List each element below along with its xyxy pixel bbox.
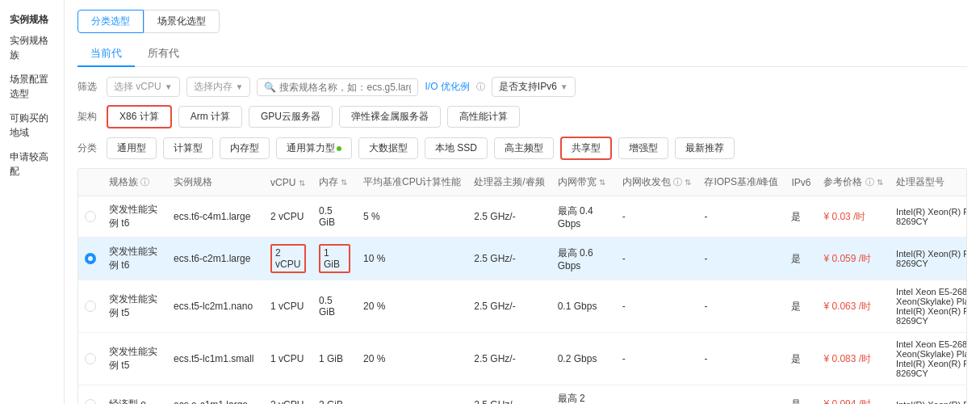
- sidebar-item-family[interactable]: 实例规格族: [10, 33, 54, 62]
- cell-proc-2: 2.5 GHz/-: [467, 280, 551, 333]
- cell-spec-3: 突发性能实例 t5: [103, 333, 167, 385]
- table-row[interactable]: 突发性能实例 t5ecs.t5-lc1m1.small1 vCPU1 GiB20…: [78, 333, 967, 385]
- sidebar-item-quota[interactable]: 申请较高配: [10, 149, 54, 179]
- tab-scene-selection[interactable]: 场景化选型: [144, 10, 220, 33]
- cell-pkts-3: -: [616, 333, 698, 385]
- io-help-icon: ⓘ: [476, 81, 485, 93]
- cell-net-2: 0.1 Gbps: [551, 280, 616, 333]
- cell-mem-1: 1 GiB: [312, 238, 357, 280]
- cell-instance-2: ecs.t5-lc2m1.nano: [167, 280, 264, 333]
- cat-btn-bigdata[interactable]: 大数据型: [358, 137, 418, 159]
- row-radio-2[interactable]: [85, 301, 96, 312]
- filter-label: 筛选: [77, 80, 97, 94]
- io-optimize-link[interactable]: I/O 优化例: [425, 80, 469, 94]
- cell-perf-2: 20 %: [357, 280, 467, 333]
- cell-spec-2: 突发性能实例 t5: [103, 280, 167, 333]
- net-sort-icon[interactable]: ⇅: [599, 178, 605, 187]
- cell-pkts-4: -: [616, 385, 698, 405]
- cell-proc-0: 2.5 GHz/-: [467, 196, 551, 238]
- cell-proc-3: 2.5 GHz/-: [467, 333, 551, 385]
- vcpu-select[interactable]: 选择 vCPU ▼: [107, 77, 180, 97]
- type-tabs: 分类选型 场景化选型: [77, 10, 967, 33]
- cell-instance-0: ecs.t6-c4m1.large: [167, 196, 264, 238]
- cell-net-0: 最高 0.4 Gbps: [551, 196, 616, 238]
- row-radio-3[interactable]: [85, 353, 96, 364]
- cell-price-3: ¥ 0.083 /时: [817, 333, 890, 385]
- mem-select[interactable]: 选择内存 ▼: [186, 77, 251, 97]
- cat-btn-general-compute[interactable]: 通用算力型: [276, 137, 352, 159]
- row-radio-4[interactable]: [85, 399, 96, 404]
- cell-ipv6-0: 是: [785, 196, 817, 238]
- cell-mem-4: 2 GiB: [312, 385, 357, 405]
- cell-mem-0: 0.5 GiB: [312, 196, 357, 238]
- cell-iops-2: -: [697, 280, 785, 333]
- cell-vcpu-4: 2 vCPU: [264, 385, 312, 405]
- arch-btn-hpc[interactable]: 高性能计算: [447, 106, 520, 128]
- cell-iops-1: -: [697, 238, 785, 280]
- vcpu-sort-icon[interactable]: ⇅: [299, 179, 305, 187]
- cell-perf-3: 20 %: [357, 333, 467, 385]
- sidebar-item-scene[interactable]: 场景配置选型: [10, 72, 54, 101]
- cell-mem-2: 0.5 GiB: [312, 280, 357, 333]
- price-help-icon: ⓘ: [865, 177, 874, 187]
- cell-spec-4: 经济型 e: [103, 385, 167, 405]
- ipv6-label: 是否支持IPv6: [499, 80, 557, 94]
- spec-help-icon: ⓘ: [140, 177, 149, 187]
- cell-net-1: 最高 0.6 Gbps: [551, 238, 616, 280]
- col-spec-header: 规格族 ⓘ: [103, 169, 167, 196]
- cat-btn-memory[interactable]: 内存型: [220, 137, 270, 159]
- cat-btn-shared[interactable]: 共享型: [560, 137, 612, 160]
- arch-btn-arm[interactable]: Arm 计算: [178, 106, 242, 128]
- table-row[interactable]: 突发性能实例 t6ecs.t6-c2m1.large2 vCPU1 GiB10 …: [78, 238, 967, 280]
- sidebar-item-region[interactable]: 可购买的地域: [10, 111, 54, 140]
- col-iops-header: 存IOPS基准/峰值: [697, 169, 785, 196]
- mem-sort-icon[interactable]: ⇅: [341, 178, 347, 187]
- cell-pkts-2: -: [616, 280, 698, 333]
- tab-current-gen[interactable]: 当前代: [77, 41, 135, 67]
- cell-proc-model-0: Intel(R) Xeon(R) Platinum 8269CY: [890, 196, 967, 238]
- ipv6-chevron-icon: ▼: [560, 82, 568, 91]
- cat-btn-enhanced[interactable]: 增强型: [618, 137, 668, 159]
- pkts-sort-icon[interactable]: ⇅: [685, 178, 691, 187]
- cell-vcpu-0: 2 vCPU: [264, 196, 312, 238]
- cat-btn-compute[interactable]: 计算型: [163, 137, 213, 159]
- price-sort-icon[interactable]: ⇅: [877, 178, 883, 187]
- cat-btn-recommended[interactable]: 最新推荐: [675, 137, 735, 159]
- sidebar: 实例规格 实例规格族 场景配置选型 可购买的地域 申请较高配: [0, 0, 65, 404]
- instance-table-container: 规格族 ⓘ 实例规格 vCPU ⇅ 内存 ⇅ 平均基准CPU计算性能: [77, 168, 967, 404]
- cell-price-1: ¥ 0.059 /时: [817, 238, 890, 280]
- arch-btn-bare-metal[interactable]: 弹性裸金属服务器: [339, 106, 441, 128]
- cell-ipv6-2: 是: [785, 280, 817, 333]
- arch-btn-x86[interactable]: X86 计算: [107, 105, 172, 128]
- cell-pkts-1: -: [616, 238, 698, 280]
- main-content: 分类选型 场景化选型 当前代 所有代 筛选 选择 vCPU ▼ 选择内存 ▼ 🔍…: [65, 0, 980, 404]
- row-radio-1[interactable]: [85, 253, 96, 264]
- arch-btn-gpu[interactable]: GPU云服务器: [249, 106, 333, 128]
- arch-label: 架构: [77, 110, 97, 124]
- col-net-header: 内网带宽 ⇅: [551, 169, 616, 196]
- cat-btn-highfreq[interactable]: 高主频型: [494, 137, 554, 159]
- cell-spec-0: 突发性能实例 t6: [103, 196, 167, 238]
- col-proc-model-header: 处理器型号: [890, 169, 967, 196]
- col-ipv6-header: IPv6: [785, 169, 817, 196]
- table-row[interactable]: 经济型 eecs.e-c1m1.large2 vCPU2 GiB-2.5 GHz…: [78, 385, 967, 405]
- search-input[interactable]: [279, 82, 411, 93]
- cell-pkts-0: -: [616, 196, 698, 238]
- cat-btn-ssd[interactable]: 本地 SSD: [425, 137, 488, 159]
- sidebar-title: 实例规格: [10, 13, 54, 27]
- tab-category-selection[interactable]: 分类选型: [77, 10, 144, 33]
- cell-instance-4: ecs.e-c1m1.large: [167, 385, 264, 405]
- table-row[interactable]: 突发性能实例 t5ecs.t5-lc2m1.nano1 vCPU0.5 GiB2…: [78, 280, 967, 333]
- col-proc-header: 处理器主频/睿频: [467, 169, 551, 196]
- col-mem-header: 内存 ⇅: [312, 169, 357, 196]
- cell-iops-0: -: [697, 196, 785, 238]
- mem-placeholder: 选择内存: [194, 80, 232, 94]
- cell-proc-4: 2.5 GHz/-: [467, 385, 551, 405]
- instance-table: 规格族 ⓘ 实例规格 vCPU ⇅ 内存 ⇅ 平均基准CPU计算性能: [78, 169, 967, 404]
- cell-proc-model-3: Intel Xeon E5-2682v4 / Intel Xeon(Skylak…: [890, 333, 967, 385]
- ipv6-select[interactable]: 是否支持IPv6 ▼: [492, 77, 576, 97]
- tab-all-gen[interactable]: 所有代: [135, 41, 192, 67]
- table-row[interactable]: 突发性能实例 t6ecs.t6-c4m1.large2 vCPU0.5 GiB5…: [78, 196, 967, 238]
- cat-btn-general[interactable]: 通用型: [107, 137, 157, 159]
- row-radio-0[interactable]: [85, 211, 96, 222]
